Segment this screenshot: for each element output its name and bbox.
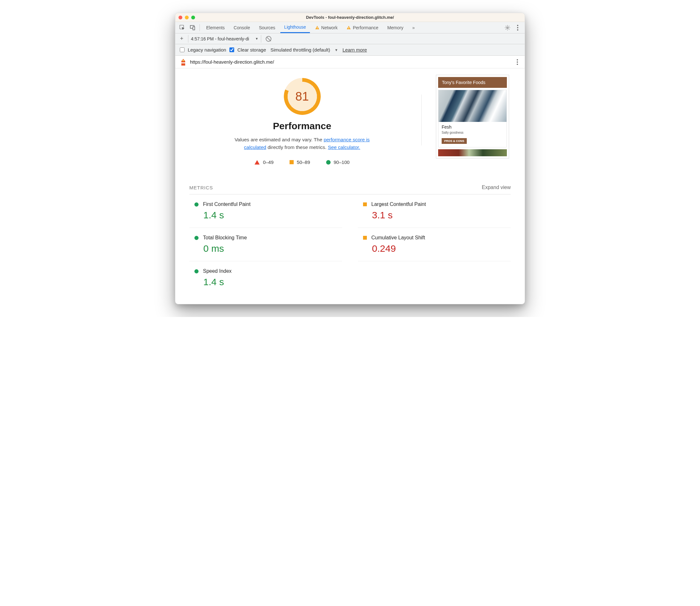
legacy-nav-checkbox[interactable] <box>180 47 185 52</box>
tested-url: https://foul-heavenly-direction.glitch.m… <box>190 59 511 65</box>
category-title: Performance <box>273 121 331 132</box>
lighthouse-subbar: + 4:57:16 PM - foul-heavenly-di ▼ <box>175 33 525 44</box>
metric-label: Cumulative Layout Shift <box>371 235 425 241</box>
clear-storage-checkbox[interactable] <box>230 47 234 52</box>
tab-console[interactable]: Console <box>230 22 254 33</box>
score-legend: 0–49 50–89 90–100 <box>255 160 349 165</box>
window-title: DevTools - foul-heavenly-direction.glitc… <box>175 15 525 20</box>
chevron-down-icon: ▼ <box>255 37 258 41</box>
metric-label: Largest Contentful Paint <box>371 202 426 207</box>
tab-performance[interactable]: Performance <box>343 22 382 33</box>
lighthouse-options: Legacy navigation Clear storage Simulate… <box>175 44 525 56</box>
tab-network[interactable]: Network <box>311 22 341 33</box>
warning-icon <box>346 25 351 30</box>
throttling-label: Simulated throttling (default) <box>270 47 330 52</box>
metric-label: First Contentful Paint <box>203 202 250 207</box>
preview-image <box>438 90 507 122</box>
metric-value: 3.1 s <box>372 210 511 220</box>
clear-storage-label: Clear storage <box>237 47 266 52</box>
report-url-bar: https://foul-heavenly-direction.glitch.m… <box>175 56 525 68</box>
new-report-button[interactable]: + <box>178 35 185 42</box>
preview-card-button: PROS & CONS <box>442 138 467 144</box>
score-gauge[interactable]: 81 <box>284 78 321 115</box>
pass-icon <box>194 236 198 240</box>
chevron-down-icon[interactable]: ▼ <box>335 48 338 52</box>
settings-gear-icon[interactable] <box>503 25 512 30</box>
report-menu-icon[interactable] <box>514 59 520 65</box>
svg-point-7 <box>507 27 508 28</box>
titlebar: DevTools - foul-heavenly-direction.glitc… <box>175 13 525 22</box>
preview-card-subtitle: Salty goodness <box>442 131 503 134</box>
pass-icon <box>194 269 198 273</box>
score-value: 81 <box>288 82 317 111</box>
svg-rect-9 <box>182 62 185 63</box>
lighthouse-icon <box>180 58 187 66</box>
tab-sources[interactable]: Sources <box>255 22 279 33</box>
clear-icon[interactable] <box>266 36 271 42</box>
tab-lighthouse[interactable]: Lighthouse <box>280 22 310 33</box>
svg-rect-4 <box>317 28 317 29</box>
device-toggle-icon[interactable] <box>188 25 197 30</box>
svg-rect-5 <box>348 27 349 28</box>
avg-icon <box>363 236 367 240</box>
pass-icon <box>194 203 198 207</box>
divider <box>199 24 200 31</box>
avg-range-label: 50–89 <box>297 160 310 165</box>
tab-memory[interactable]: Memory <box>383 22 407 33</box>
divider <box>421 95 421 145</box>
more-menu-icon[interactable] <box>513 25 522 30</box>
metric-si[interactable]: Speed Index 1.4 s <box>189 261 342 295</box>
tabs-overflow[interactable]: » <box>409 22 419 33</box>
inspect-element-icon[interactable] <box>178 25 187 30</box>
pass-range-label: 90–100 <box>334 160 350 165</box>
legacy-nav-label: Legacy navigation <box>188 47 226 52</box>
preview-card-title: Fesh <box>442 124 503 130</box>
see-calculator-link[interactable]: See calculator. <box>328 144 360 150</box>
metric-value: 1.4 s <box>203 210 342 220</box>
tab-elements[interactable]: Elements <box>202 22 228 33</box>
metric-value: 0 ms <box>203 243 342 254</box>
warning-icon <box>315 25 319 30</box>
svg-rect-2 <box>193 27 195 30</box>
report-dropdown[interactable]: 4:57:16 PM - foul-heavenly-di ▼ <box>188 35 261 43</box>
fail-range-icon <box>255 160 260 165</box>
svg-rect-6 <box>348 28 349 29</box>
preview-card: Fesh Salty goodness PROS & CONS <box>438 90 507 147</box>
svg-rect-10 <box>182 60 184 61</box>
learn-more-link[interactable]: Learn more <box>342 47 367 52</box>
metric-label: Speed Index <box>203 268 232 274</box>
metric-label: Total Blocking Time <box>203 235 247 241</box>
preview-image-2 <box>438 149 507 156</box>
metric-value: 1.4 s <box>203 277 342 287</box>
avg-range-icon <box>290 160 294 164</box>
devtools-tabbar: Elements Console Sources Lighthouse Netw… <box>175 22 525 33</box>
avg-icon <box>363 203 367 206</box>
pass-range-icon <box>326 160 331 165</box>
metrics-section: METRICS Expand view First Contentful Pai… <box>175 178 525 304</box>
metric-value: 0.249 <box>372 243 511 254</box>
svg-rect-3 <box>317 27 317 28</box>
page-screenshot-preview: Tony's Favorite Foods Fesh Salty goodnes… <box>436 75 509 159</box>
preview-header: Tony's Favorite Foods <box>438 77 507 88</box>
devtools-window: DevTools - foul-heavenly-direction.glitc… <box>175 13 525 304</box>
report-body: 81 Performance Values are estimated and … <box>175 68 525 178</box>
expand-view-button[interactable]: Expand view <box>482 185 511 190</box>
metric-cls[interactable]: Cumulative Layout Shift 0.249 <box>358 228 511 261</box>
metric-fcp[interactable]: First Contentful Paint 1.4 s <box>189 194 342 228</box>
fail-range-label: 0–49 <box>263 160 273 165</box>
metrics-heading: METRICS <box>189 185 213 190</box>
metric-lcp[interactable]: Largest Contentful Paint 3.1 s <box>358 194 511 228</box>
metric-tbt[interactable]: Total Blocking Time 0 ms <box>189 228 342 261</box>
category-description: Values are estimated and may vary. The p… <box>231 136 374 151</box>
